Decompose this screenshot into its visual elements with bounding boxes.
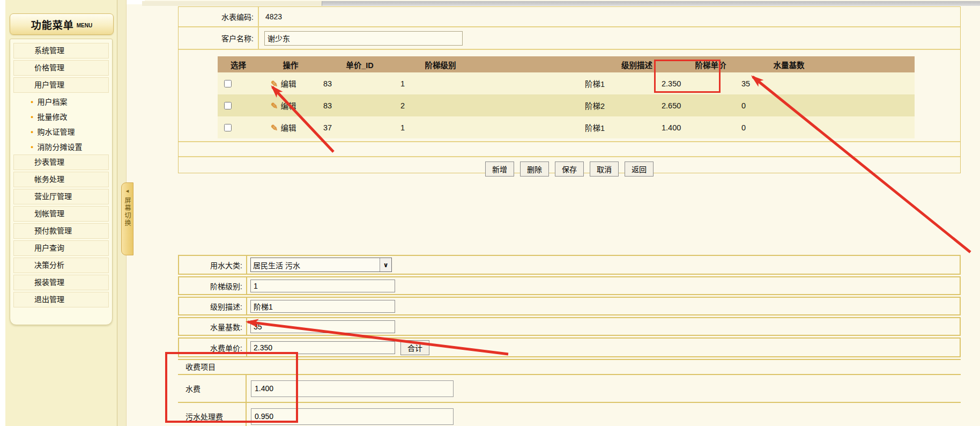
- cell-tier-level: 1: [397, 116, 537, 138]
- sidebar-item-user-mgmt[interactable]: 用户管理: [13, 77, 109, 93]
- base-volume-input[interactable]: [250, 320, 395, 333]
- cell-price-id: 83: [322, 72, 397, 94]
- water-category-value: 居民生活 污水: [251, 260, 380, 270]
- water-category-label: 用水大类:: [179, 256, 247, 274]
- col-header-operation: 操作: [259, 56, 322, 72]
- tier-desc-input[interactable]: [250, 300, 395, 313]
- sidebar-title-suffix: MENU: [77, 23, 92, 28]
- col-header-price-id: 单价_ID: [322, 56, 397, 72]
- chevron-down-icon[interactable]: ∨: [380, 258, 391, 271]
- sidebar-item-price-mgmt[interactable]: 价格管理: [13, 60, 109, 76]
- screen-switch-tab[interactable]: ◄ 屏幕切换: [121, 182, 133, 255]
- water-fee-input[interactable]: [251, 380, 454, 397]
- edit-link[interactable]: ✎编辑: [271, 102, 296, 111]
- add-button[interactable]: 新增: [485, 161, 514, 177]
- sidebar-item-meter-reading[interactable]: 抄表管理: [13, 155, 109, 170]
- col-header-tier-level: 阶梯级别: [397, 56, 537, 72]
- fee-section-title: 收费项目: [178, 359, 961, 374]
- sidebar-item-business-hall[interactable]: 营业厅管理: [13, 189, 109, 204]
- edit-link[interactable]: ✎编辑: [271, 80, 296, 89]
- sidebar-subitem-fire-share[interactable]: ●消防分摊设置: [13, 139, 109, 155]
- col-header-tier-price: 阶梯单价: [657, 56, 738, 72]
- save-button[interactable]: 保存: [555, 161, 584, 177]
- sidebar-item-exit[interactable]: 退出管理: [13, 292, 109, 307]
- water-category-select[interactable]: 居民生活 污水 ∨: [250, 258, 392, 272]
- screen-switch-label: 屏幕切换: [123, 197, 132, 227]
- row-checkbox[interactable]: [224, 124, 232, 131]
- water-category-row: 用水大类: 居民生活 污水 ∨: [178, 255, 961, 275]
- horizontal-scrollbar[interactable]: [142, 1, 980, 6]
- tier-desc-row: 级别描述:: [178, 297, 961, 315]
- unit-price-input[interactable]: [250, 341, 395, 354]
- col-header-select: 选择: [218, 56, 259, 72]
- meter-code-row: 水表编码: 4823: [179, 7, 960, 27]
- edit-pencil-icon: ✎: [271, 101, 278, 111]
- edit-label: 编辑: [280, 124, 296, 133]
- cell-price-id: 37: [322, 116, 397, 138]
- cell-tier-level: 1: [397, 72, 537, 94]
- tier-level-input[interactable]: [250, 280, 395, 292]
- unit-price-row: 水费单价: 合计: [178, 337, 961, 357]
- sidebar-item-accounting[interactable]: 帐务处理: [13, 172, 109, 187]
- action-button-row: 新增 删除 保存 取消 返回: [179, 157, 960, 181]
- sidebar-subitem-label: 消防分摊设置: [37, 139, 82, 155]
- app-window: 功能菜单 MENU 系统管理 价格管理 用户管理 ●用户档案 ●批量修改 ●购水…: [0, 0, 980, 426]
- sidebar-menu-header: 功能菜单 MENU: [10, 13, 114, 35]
- tier-desc-label: 级别描述:: [179, 298, 247, 314]
- tier-level-row: 阶梯级别:: [178, 276, 961, 295]
- meter-code-label: 水表编码:: [179, 7, 259, 26]
- spacer-row: [179, 142, 960, 157]
- total-button[interactable]: 合计: [400, 340, 429, 355]
- customer-name-row: 客户名称:: [179, 27, 960, 50]
- fee-row-sewage: 污水处理费: [178, 402, 961, 426]
- meter-code-value: 4823: [259, 12, 282, 21]
- bullet-icon: ●: [31, 139, 33, 155]
- bullet-icon: ●: [31, 94, 33, 109]
- cell-tier-desc: 阶梯2: [537, 94, 657, 116]
- cell-tier-level: 2: [397, 94, 537, 116]
- scrollbar-thumb[interactable]: [142, 1, 322, 6]
- sidebar-item-prepay-mgmt[interactable]: 预付款管理: [13, 223, 109, 239]
- base-volume-label: 水量基数:: [179, 318, 247, 335]
- cell-base-volume: 0: [738, 116, 915, 138]
- table-row: ✎编辑 83 1 阶梯1 2.350 35: [218, 72, 915, 94]
- fee-row-water: 水费: [178, 374, 961, 402]
- sewage-fee-label: 污水处理费: [178, 403, 247, 426]
- price-table: 选择 操作 单价_ID 阶梯级别 级别描述 阶梯单价 水量基数 ✎编辑 83: [218, 56, 915, 138]
- price-list-panel: 水表编码: 4823 客户名称: 选择 操作 单价_ID 阶梯级别 级别描述 阶…: [178, 6, 961, 173]
- cell-base-volume: 0: [738, 94, 915, 116]
- sidebar-item-user-query[interactable]: 用户查询: [13, 240, 109, 256]
- row-checkbox[interactable]: [224, 102, 232, 109]
- edit-label: 编辑: [280, 102, 296, 111]
- sidebar-subitem-user-archive[interactable]: ●用户档案: [13, 94, 109, 109]
- sidebar-subitem-water-cert[interactable]: ●购水证管理: [13, 124, 109, 139]
- edit-link[interactable]: ✎编辑: [271, 124, 296, 133]
- sidebar-item-transfer-mgmt[interactable]: 划帐管理: [13, 206, 109, 222]
- cancel-button[interactable]: 取消: [590, 161, 619, 177]
- sidebar-subitem-batch-edit[interactable]: ●批量修改: [13, 109, 109, 124]
- edit-pencil-icon: ✎: [271, 123, 278, 133]
- table-row: ✎编辑 83 2 阶梯2 2.650 0: [218, 94, 915, 116]
- customer-name-label: 客户名称:: [179, 27, 259, 49]
- bullet-icon: ●: [31, 124, 33, 139]
- sidebar-title: 功能菜单: [31, 17, 74, 32]
- tier-detail-panel: 用水大类: 居民生活 污水 ∨ 阶梯级别: 级别描述: 水量基数: 水费单价: …: [178, 255, 961, 426]
- row-checkbox[interactable]: [224, 80, 232, 87]
- col-header-base-volume: 水量基数: [738, 56, 915, 72]
- sidebar-subitem-label: 批量修改: [37, 109, 67, 124]
- sidebar-item-decision-analysis[interactable]: 决策分析: [13, 258, 109, 273]
- delete-button[interactable]: 删除: [520, 161, 549, 177]
- customer-name-input[interactable]: [264, 31, 463, 46]
- edit-label: 编辑: [280, 80, 296, 89]
- unit-price-label: 水费单价:: [179, 339, 247, 356]
- sidebar-subitem-label: 购水证管理: [37, 124, 75, 139]
- cell-tier-price: 2.350: [657, 72, 738, 94]
- table-row: ✎编辑 37 1 阶梯1 1.400 0: [218, 116, 915, 138]
- left-margin: [0, 0, 5, 426]
- sidebar-item-install-mgmt[interactable]: 报装管理: [13, 275, 109, 290]
- back-button[interactable]: 返回: [625, 161, 654, 177]
- collapse-left-icon: ◄: [125, 188, 130, 194]
- sidebar-item-system-mgmt[interactable]: 系统管理: [13, 43, 109, 58]
- sewage-fee-input[interactable]: [251, 408, 454, 425]
- price-table-wrap: 选择 操作 单价_ID 阶梯级别 级别描述 阶梯单价 水量基数 ✎编辑 83: [218, 56, 960, 138]
